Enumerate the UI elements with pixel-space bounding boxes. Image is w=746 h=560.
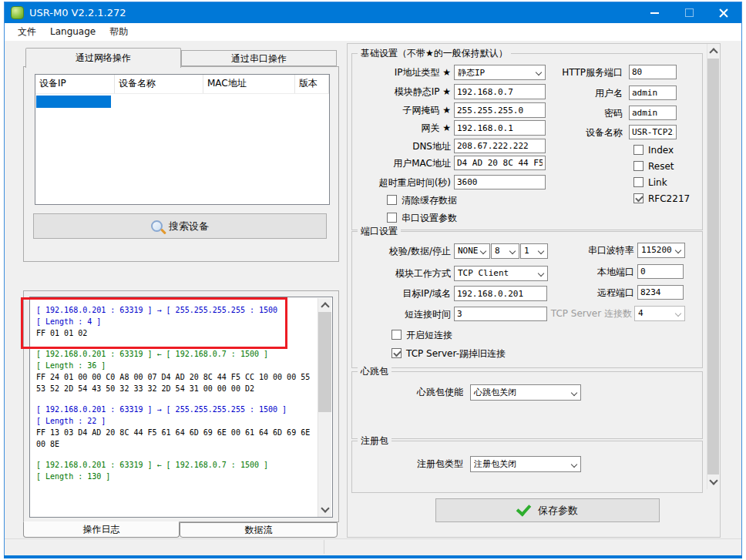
tab-data-stream[interactable]: 数据流 bbox=[180, 522, 338, 538]
select-baud[interactable]: 115200 bbox=[637, 243, 685, 258]
settings-scrollbar-thumb[interactable] bbox=[707, 59, 719, 474]
select-regpack-type[interactable]: 注册包关闭 bbox=[470, 456, 581, 472]
log-scrollbar[interactable] bbox=[318, 298, 331, 517]
select-workmode[interactable]: TCP Client bbox=[454, 266, 548, 281]
log-line: [ Length : 130 ] bbox=[36, 471, 317, 482]
label-local-port: 本地端口 bbox=[539, 264, 634, 280]
close-button[interactable] bbox=[710, 2, 738, 23]
input-timeout[interactable] bbox=[454, 175, 546, 189]
chevron-down-icon bbox=[480, 248, 486, 254]
search-device-button[interactable]: 搜索设备 bbox=[33, 213, 327, 239]
checkbox-clear-cache-label: 清除缓存数据 bbox=[402, 195, 457, 206]
window-title: USR-M0 V2.2.1.272 bbox=[29, 7, 126, 18]
input-device-name[interactable] bbox=[629, 125, 677, 139]
menu-help[interactable]: 帮助 bbox=[102, 23, 135, 41]
scroll-down-icon[interactable] bbox=[321, 504, 329, 512]
tab-operation-log[interactable]: 操作日志 bbox=[23, 521, 180, 538]
chevron-down-icon bbox=[509, 248, 516, 254]
window-bottom-border bbox=[4, 555, 742, 558]
minimize-button[interactable] bbox=[640, 2, 668, 23]
settings-scrollbar[interactable] bbox=[707, 44, 719, 489]
group-port-title: 端口设置 bbox=[358, 226, 401, 237]
device-table-column[interactable]: 设备名称 bbox=[115, 75, 203, 93]
input-password[interactable] bbox=[629, 106, 677, 120]
log-line: [ Length : 22 ] bbox=[36, 415, 317, 427]
checkbox-serial-param-label: 串口设置参数 bbox=[402, 213, 457, 223]
checkbox-index[interactable] bbox=[633, 145, 644, 155]
device-table-column[interactable]: MAC地址 bbox=[203, 75, 295, 93]
label-baud: 串口波特率 bbox=[539, 243, 634, 258]
label-heartbeat-enable: 心跳包使能 bbox=[347, 384, 463, 400]
select-tcp-conn-value: 4 bbox=[638, 308, 644, 318]
input-mac[interactable] bbox=[454, 156, 546, 170]
log-line: [ Length : 36 ] bbox=[36, 360, 317, 371]
menu-file[interactable]: 文件 bbox=[11, 23, 43, 41]
device-table-column[interactable]: 设备IP bbox=[35, 75, 115, 93]
scroll-down-icon[interactable] bbox=[709, 476, 717, 485]
checkbox-serial-param[interactable] bbox=[387, 213, 397, 223]
select-heartbeat-enable[interactable]: 心跳包关闭 bbox=[470, 384, 581, 401]
tab-network-operate[interactable]: 通过网络操作 bbox=[25, 48, 181, 68]
label-username: 用户名 bbox=[501, 86, 623, 101]
label-parity: 校验/数据/停止 bbox=[324, 243, 451, 259]
menu-language[interactable]: Language bbox=[43, 23, 102, 41]
label-workmode: 模块工作方式 bbox=[324, 266, 451, 281]
label-remote-port: 远程端口 bbox=[539, 285, 634, 300]
checkbox-link-label: Link bbox=[648, 177, 667, 188]
maximize-button[interactable] bbox=[675, 2, 703, 23]
group-heartbeat-title: 心跳包 bbox=[358, 366, 391, 377]
log-line: FF 13 03 D4 AD 20 8C 44 F5 61 64 6D 69 6… bbox=[36, 427, 317, 438]
select-workmode-value: TCP Client bbox=[458, 268, 509, 278]
log-line: 53 52 2D 54 43 50 32 33 32 2D 54 31 00 0… bbox=[36, 383, 317, 394]
label-target-ip: 目标IP/域名 bbox=[324, 286, 451, 301]
checkbox-kick-old[interactable] bbox=[391, 348, 402, 358]
save-params-button[interactable]: 保存参数 bbox=[435, 498, 660, 522]
log-line: 00 8E bbox=[36, 438, 317, 450]
group-basic-title: 基础设置（不带★的一般保持默认） bbox=[358, 48, 511, 59]
checkbox-rfc2217[interactable] bbox=[633, 193, 644, 203]
input-local-port[interactable] bbox=[637, 264, 684, 279]
select-databits-value: 8 bbox=[495, 246, 500, 256]
device-table-column[interactable]: 版本 bbox=[295, 75, 329, 93]
checkbox-kick-old-label: TCP Server-踢掉旧连接 bbox=[406, 348, 506, 359]
annotation-rectangle bbox=[21, 297, 287, 349]
device-table[interactable]: 设备IP设备名称MAC地址版本 bbox=[35, 74, 330, 205]
checkbox-short-enable[interactable] bbox=[391, 330, 402, 340]
select-ip-type-value: 静态IP bbox=[458, 68, 485, 78]
label-http-port: HTTP服务端口 bbox=[501, 65, 623, 80]
scroll-up-icon[interactable] bbox=[321, 302, 329, 310]
group-heartbeat: 心跳包 bbox=[351, 371, 703, 439]
checkbox-link[interactable] bbox=[633, 177, 644, 187]
search-button-label: 搜索设备 bbox=[169, 220, 209, 233]
checkbox-rfc2217-label: RFC2217 bbox=[648, 193, 690, 204]
input-remote-port[interactable] bbox=[637, 285, 684, 300]
chevron-down-icon bbox=[571, 461, 577, 468]
statusbar-divider bbox=[324, 540, 324, 554]
group-regpack-title: 注册包 bbox=[358, 435, 391, 447]
selected-device-row[interactable] bbox=[36, 96, 111, 108]
device-table-header: 设备IP设备名称MAC地址版本 bbox=[35, 75, 329, 94]
checkbox-reset[interactable] bbox=[633, 161, 644, 171]
checkbox-index-label: Index bbox=[648, 145, 674, 156]
titlebar: USR-M0 V2.2.1.272 bbox=[5, 2, 741, 23]
input-dns[interactable] bbox=[454, 139, 546, 153]
checkbox-clear-cache[interactable] bbox=[387, 195, 397, 205]
select-parity[interactable]: NONE bbox=[454, 243, 490, 259]
select-heartbeat-value: 心跳包关闭 bbox=[474, 387, 516, 397]
chevron-down-icon bbox=[571, 390, 577, 396]
select-tcp-conn[interactable]: 4 bbox=[634, 306, 685, 321]
select-databits[interactable]: 8 bbox=[491, 243, 519, 259]
chevron-down-icon bbox=[675, 247, 681, 253]
label-device-name: 设备名称 bbox=[501, 125, 623, 140]
log-scrollbar-thumb[interactable] bbox=[318, 312, 331, 412]
save-button-label: 保存参数 bbox=[538, 504, 578, 518]
input-http-port[interactable] bbox=[629, 65, 677, 79]
statusbar bbox=[5, 538, 741, 555]
input-username[interactable] bbox=[629, 86, 677, 100]
label-tcp-conn: TCP Server 连接数 bbox=[509, 306, 632, 321]
log-line bbox=[36, 450, 317, 459]
tab-serial-operate[interactable]: 通过串口操作 bbox=[181, 50, 337, 66]
scroll-up-icon[interactable] bbox=[709, 48, 717, 56]
input-target-ip[interactable] bbox=[454, 286, 547, 301]
label-short-time: 短连接时间 bbox=[324, 307, 451, 322]
